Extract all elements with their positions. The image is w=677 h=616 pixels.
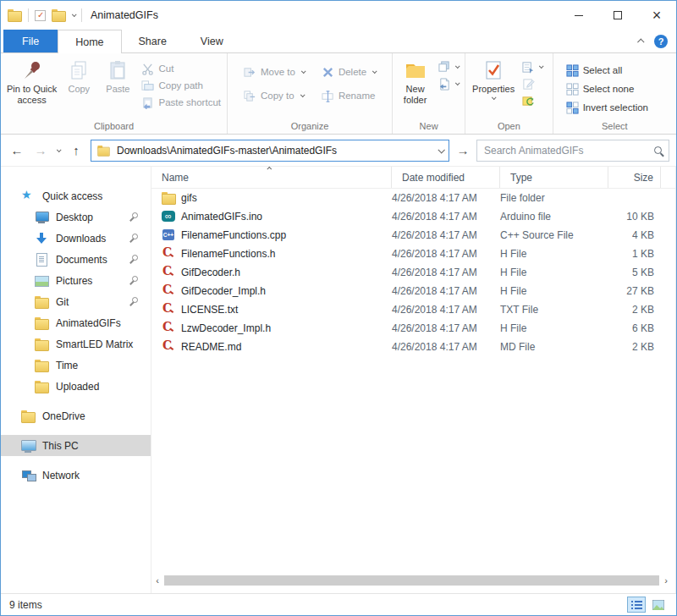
details-view-icon [631,600,642,610]
column-header-size[interactable]: Size [608,167,661,188]
sidebar-item[interactable]: Desktop [1,206,151,228]
pin-icon [129,234,139,243]
sidebar-item[interactable]: Quick access [1,185,151,206]
sidebar-item[interactable]: OneDrive [1,405,151,426]
maximize-button[interactable] [598,1,637,30]
file-type-cell: TXT File [500,300,608,319]
address-path[interactable]: Downloads\AnimatedGIFs-master\AnimatedGI… [117,145,337,157]
new-item-button[interactable] [434,58,463,75]
file-row[interactable]: GifDecoder.h 4/26/2018 4:17 AM H File 5 … [151,263,675,282]
search-box[interactable] [476,140,669,162]
new-folder-button[interactable]: New folder [396,57,434,106]
invert-selection-button[interactable]: Invert selection [562,99,652,116]
file-date-cell: 4/26/2018 4:17 AM [392,263,500,282]
sidebar-item-label: OneDrive [42,410,85,422]
forward-button[interactable]: → [31,143,50,157]
file-date-cell: 4/26/2018 4:17 AM [392,245,500,263]
recent-locations-chevron-icon[interactable] [57,147,62,152]
open-button[interactable] [518,58,547,75]
file-row[interactable]: GifDecoder_Impl.h 4/26/2018 4:17 AM H Fi… [151,282,675,300]
move-to-button[interactable]: Move to [239,63,309,80]
sidebar-item[interactable]: AnimatedGIFs [1,312,151,333]
address-bar[interactable]: Downloads\AnimatedGIFs-master\AnimatedGI… [91,140,449,162]
maximize-icon [614,11,622,19]
new-item-dropdown-icon [455,63,460,69]
select-group-label: Select [553,119,676,134]
collapse-ribbon-icon[interactable] [637,38,644,45]
customize-toolbar-chevron-icon[interactable] [72,12,77,17]
file-name-cell[interactable]: GifDecoder_Impl.h [151,282,392,300]
file-name-cell[interactable]: LzwDecoder_Impl.h [151,319,392,338]
size-header-label: Size [634,172,653,184]
file-row[interactable]: LzwDecoder_Impl.h 4/26/2018 4:17 AM H Fi… [151,319,675,338]
file-name-cell[interactable]: GifDecoder.h [151,263,392,282]
sidebar-item[interactable]: Uploaded [1,376,151,397]
file-name-cell[interactable]: LICENSE.txt [151,300,392,319]
rename-button[interactable]: Rename [317,87,380,104]
column-header-name[interactable]: Name [151,167,392,188]
column-header-date-modified[interactable]: Date modified [392,167,500,188]
thumbnail-view-button[interactable] [649,597,668,613]
file-row[interactable]: README.md 4/26/2018 4:17 AM MD File 2 KB [151,338,675,356]
search-icon[interactable] [654,146,662,154]
up-button[interactable]: ↑ [67,143,85,157]
file-name-cell[interactable]: FilenameFunctions.cpp [151,226,392,245]
file-date-cell: 4/26/2018 4:17 AM [392,300,500,319]
copy-button[interactable]: Copy [59,57,98,95]
tab-view[interactable]: View [184,30,240,52]
file-name-cell[interactable]: AnimatedGIFs.ino [151,207,392,226]
file-type-icon [162,228,176,242]
horizontal-scrollbar[interactable]: ‹ › [153,575,670,586]
minimize-button[interactable] [559,1,598,30]
column-header-type[interactable]: Type [500,167,608,188]
sidebar-item[interactable]: This PC [1,435,151,456]
help-icon[interactable] [654,35,668,48]
paste-shortcut-button[interactable]: Paste shortcut [137,94,225,111]
copy-path-button[interactable]: Copy path [137,77,225,94]
tab-home[interactable]: Home [58,30,121,53]
file-row[interactable]: AnimatedGIFs.ino 4/26/2018 4:17 AM Ardui… [151,207,675,226]
edit-button[interactable] [518,75,547,92]
back-button[interactable]: ← [8,143,26,157]
file-name-cell[interactable]: README.md [151,338,392,356]
file-name-cell[interactable]: FilenameFunctions.h [151,245,392,263]
file-name-cell[interactable]: gifs [151,189,392,207]
tab-file[interactable]: File [3,30,58,52]
cut-button[interactable]: Cut [137,60,225,77]
delete-button[interactable]: Delete [317,63,380,80]
tab-share[interactable]: Share [122,30,184,52]
pin-to-quick-access-button[interactable]: Pin to Quick access [4,57,59,106]
select-none-button[interactable]: Select none [562,80,652,97]
sidebar-item[interactable]: Pictures [1,270,151,291]
history-button[interactable] [518,92,547,109]
file-type-icon [162,284,176,298]
details-view-button[interactable] [627,597,646,613]
sidebar-item[interactable]: SmartLED Matrix [1,333,151,355]
sidebar-item[interactable]: Git [1,291,151,312]
file-row[interactable]: LICENSE.txt 4/26/2018 4:17 AM TXT File 2… [151,300,675,319]
properties-button[interactable]: Properties [469,57,518,100]
close-button[interactable] [637,1,676,30]
properties-quick-icon[interactable] [35,10,46,21]
sidebar-item-icon [35,359,49,372]
window-folder-icon [8,8,22,22]
scrollbar-thumb[interactable] [164,575,659,586]
sidebar-item[interactable]: Documents [1,249,151,270]
scroll-left-icon[interactable]: ‹ [153,575,162,586]
sidebar-item[interactable]: Time [1,355,151,376]
copy-to-button[interactable]: Copy to [239,87,309,104]
file-row[interactable]: FilenameFunctions.cpp 4/26/2018 4:17 AM … [151,226,675,245]
sidebar-item[interactable]: Network [1,465,151,486]
paste-button[interactable]: Paste [98,57,137,95]
new-folder-quick-icon[interactable] [52,8,66,22]
search-input[interactable] [484,145,654,157]
address-dropdown-icon[interactable] [438,146,444,153]
file-row[interactable]: FilenameFunctions.h 4/26/2018 4:17 AM H … [151,245,675,263]
select-all-button[interactable]: Select all [562,62,652,79]
easy-access-button[interactable] [434,75,463,92]
go-to-button[interactable]: → [454,143,471,157]
scroll-right-icon[interactable]: › [662,575,670,586]
sidebar-item[interactable]: Downloads [1,228,151,249]
file-row[interactable]: gifs 4/26/2018 4:17 AM File folder [151,189,675,207]
sidebar-item-icon [21,439,36,453]
